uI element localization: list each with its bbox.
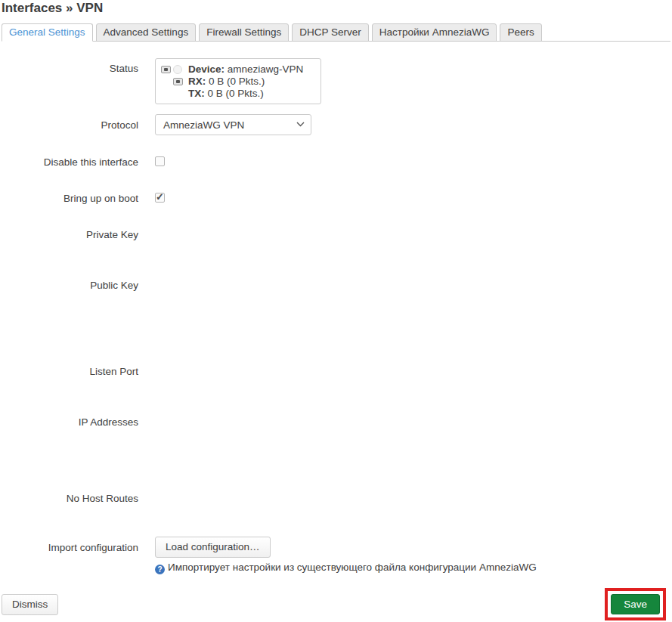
- tab-amneziawg-settings[interactable]: Настройки AmneziaWG: [372, 23, 497, 42]
- listen-port-field: [155, 365, 670, 378]
- status-tx-line: TX: 0 B (0 Pkts.): [156, 88, 314, 100]
- bring-up-on-boot-row: Bring up on boot: [2, 192, 670, 203]
- help-question-icon: ?: [155, 565, 165, 574]
- interface-status-box: Device: amneziawg-VPN RX: 0 B (0 Pkts.) …: [155, 58, 321, 104]
- no-host-routes-label: No Host Routes: [2, 492, 138, 505]
- chevron-down-icon: [296, 119, 305, 129]
- protocol-label: Protocol: [2, 114, 138, 135]
- listen-port-row: Listen Port: [2, 365, 670, 378]
- protocol-select[interactable]: AmneziaWG VPN: [155, 114, 311, 135]
- tx-label: TX:: [188, 88, 205, 99]
- disable-interface-row: Disable this interface: [2, 156, 670, 166]
- import-configuration-row: Import configuration Load configuration……: [2, 537, 670, 574]
- tab-advanced-settings[interactable]: Advanced Settings: [96, 23, 197, 42]
- status-label: Status: [2, 58, 138, 97]
- tab-dhcp-server[interactable]: DHCP Server: [292, 23, 369, 42]
- private-key-field: [155, 228, 670, 241]
- public-key-label: Public Key: [2, 279, 138, 292]
- general-settings-form: Status Device: amneziawg-VPN RX: 0 B (0 …: [2, 58, 670, 574]
- rx-label: RX:: [188, 76, 206, 87]
- bring-up-on-boot-label: Bring up on boot: [2, 192, 138, 203]
- protocol-row: Protocol AmneziaWG VPN: [2, 114, 670, 135]
- private-key-label: Private Key: [2, 228, 138, 241]
- dismiss-button[interactable]: Dismiss: [2, 594, 58, 615]
- ip-addresses-field: [155, 416, 670, 429]
- page-title: Interfaces » VPN: [2, 1, 670, 15]
- rx-value: 0 B (0 Pkts.): [209, 76, 265, 87]
- tunnel-interface-icon: [161, 66, 171, 73]
- private-key-row: Private Key: [2, 228, 670, 241]
- tab-general-settings[interactable]: General Settings: [2, 23, 93, 42]
- import-configuration-help-text: Импортирует настройки из существующего ф…: [168, 562, 537, 573]
- ip-addresses-row: IP Addresses: [2, 416, 670, 429]
- no-host-routes-field: [155, 492, 670, 505]
- public-key-field: [155, 279, 670, 292]
- load-configuration-button[interactable]: Load configuration…: [155, 537, 271, 558]
- device-value: amneziawg-VPN: [228, 63, 304, 75]
- import-configuration-label: Import configuration: [2, 537, 138, 574]
- protocol-selected-value: AmneziaWG VPN: [163, 119, 244, 131]
- interface-state-icon: [173, 65, 182, 74]
- import-configuration-help: ?Импортирует настройки из существующего …: [155, 562, 670, 574]
- bring-up-on-boot-checkbox[interactable]: [155, 193, 165, 203]
- tunnel-interface-icon: [173, 78, 183, 85]
- tab-bar: General Settings Advanced Settings Firew…: [2, 23, 670, 42]
- device-label: Device:: [188, 63, 225, 75]
- disable-interface-label: Disable this interface: [2, 156, 138, 166]
- listen-port-label: Listen Port: [2, 365, 138, 378]
- no-host-routes-row: No Host Routes: [2, 492, 670, 505]
- status-rx-line: RX: 0 B (0 Pkts.): [156, 76, 314, 88]
- tx-value: 0 B (0 Pkts.): [208, 88, 264, 99]
- save-button[interactable]: Save: [611, 594, 660, 614]
- annotation-highlight-box: Save: [605, 588, 666, 620]
- tab-peers[interactable]: Peers: [500, 23, 541, 42]
- status-row: Status Device: amneziawg-VPN RX: 0 B (0 …: [2, 58, 670, 97]
- disable-interface-checkbox[interactable]: [155, 156, 165, 166]
- public-key-row: Public Key: [2, 279, 670, 292]
- tab-firewall-settings[interactable]: Firewall Settings: [199, 23, 289, 42]
- footer-bar: Dismiss Save: [2, 588, 670, 620]
- status-device-line: Device: amneziawg-VPN: [156, 63, 314, 76]
- ip-addresses-label: IP Addresses: [2, 416, 138, 429]
